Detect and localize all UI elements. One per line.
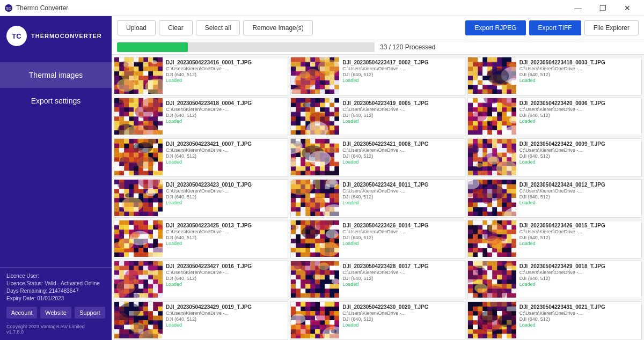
list-item[interactable]: DJI_20230504223416_0001_T.JPGC:\Users\Ki… bbox=[114, 57, 288, 95]
svg-rect-718 bbox=[511, 144, 516, 149]
export-rjpeg-button[interactable]: Export RJPEG bbox=[465, 20, 525, 35]
svg-rect-39 bbox=[143, 71, 149, 77]
list-item[interactable]: DJI_20230504223421_0008_T.JPGC:\Users\Ki… bbox=[290, 138, 465, 177]
image-filename: DJI_20230504223417_0002_T.JPG bbox=[342, 60, 428, 65]
logo-tc-text: TC bbox=[12, 32, 21, 40]
svg-rect-199 bbox=[478, 66, 483, 72]
title-bar-controls[interactable]: — ❐ ✕ bbox=[566, 0, 640, 16]
list-item[interactable]: DJI_20230504223423_0010_T.JPGC:\Users\Ki… bbox=[114, 179, 288, 218]
close-button[interactable]: ✕ bbox=[615, 0, 640, 16]
svg-rect-854 bbox=[153, 207, 158, 212]
svg-rect-1123 bbox=[143, 253, 149, 257]
svg-rect-978 bbox=[507, 184, 512, 190]
list-item[interactable]: DJI_20230504223417_0002_T.JPGC:\Users\Ki… bbox=[290, 57, 465, 95]
clear-button[interactable]: Clear bbox=[159, 20, 193, 35]
export-tiff-button[interactable]: Export TIFF bbox=[529, 20, 581, 35]
image-thumbnail bbox=[468, 261, 516, 298]
svg-rect-1293 bbox=[478, 253, 483, 257]
svg-rect-1095 bbox=[153, 239, 158, 244]
list-item[interactable]: DJI_20230504223428_0017_T.JPGC:\Users\Ki… bbox=[290, 261, 465, 299]
svg-rect-104 bbox=[310, 62, 316, 68]
svg-point-956 bbox=[309, 197, 326, 209]
svg-rect-713 bbox=[487, 144, 493, 149]
svg-rect-1155 bbox=[296, 230, 301, 235]
list-item[interactable]: DJI_20230504223424_0012_T.JPGC:\Users\Ki… bbox=[467, 179, 642, 218]
svg-rect-1822 bbox=[511, 334, 516, 339]
svg-point-1479 bbox=[318, 262, 330, 270]
svg-rect-1118 bbox=[119, 253, 125, 257]
svg-rect-811 bbox=[138, 189, 144, 194]
sidebar-item-thermal-images[interactable]: Thermal images bbox=[0, 62, 112, 88]
image-dims: DJI (640, 512) bbox=[342, 316, 428, 322]
svg-rect-1821 bbox=[507, 334, 512, 339]
account-button[interactable]: Account bbox=[6, 307, 37, 319]
svg-rect-1663 bbox=[325, 302, 330, 307]
list-item[interactable]: DJI_20230504223426_0015_T.JPGC:\Users\Ki… bbox=[467, 220, 642, 258]
svg-rect-671 bbox=[334, 162, 339, 167]
svg-point-262 bbox=[486, 68, 509, 84]
image-path: C:\Users\Kieren\OneDrive -... bbox=[519, 229, 605, 234]
list-item[interactable]: DJI_20230504223425_0013_T.JPGC:\Users\Ki… bbox=[114, 220, 288, 258]
svg-rect-438 bbox=[468, 98, 473, 104]
sidebar-footer-buttons: Account Website Support bbox=[6, 307, 105, 319]
svg-rect-1464 bbox=[334, 289, 339, 294]
svg-rect-1659 bbox=[305, 302, 311, 307]
svg-rect-964 bbox=[487, 180, 493, 185]
svg-rect-1295 bbox=[487, 253, 493, 257]
svg-point-1827 bbox=[498, 314, 516, 327]
svg-rect-383 bbox=[301, 112, 306, 117]
support-button[interactable]: Support bbox=[75, 307, 105, 319]
list-item[interactable]: DJI_20230504223429_0018_T.JPGC:\Users\Ki… bbox=[467, 261, 642, 299]
svg-rect-294 bbox=[114, 112, 120, 117]
upload-button[interactable]: Upload bbox=[117, 20, 156, 35]
list-item[interactable]: DJI_20230504223430_0020_T.JPGC:\Users\Ki… bbox=[290, 301, 465, 340]
file-explorer-button[interactable]: File Explorer bbox=[584, 20, 639, 35]
svg-rect-251 bbox=[487, 90, 493, 94]
svg-rect-1616 bbox=[148, 320, 153, 326]
svg-rect-1660 bbox=[310, 302, 316, 307]
list-item[interactable]: DJI_20230504223421_0007_T.JPGC:\Users\Ki… bbox=[114, 138, 288, 177]
list-item[interactable]: DJI_20230504223422_0009_T.JPGC:\Users\Ki… bbox=[467, 138, 642, 177]
svg-rect-1239 bbox=[507, 225, 512, 231]
list-item[interactable]: DJI_20230504223424_0011_T.JPGC:\Users\Ki… bbox=[290, 179, 465, 218]
svg-rect-1338 bbox=[114, 275, 120, 280]
image-info: DJI_20230504223428_0017_T.JPGC:\Users\Ki… bbox=[339, 261, 431, 299]
svg-rect-1578 bbox=[158, 302, 163, 307]
svg-rect-966 bbox=[497, 180, 502, 185]
svg-rect-1442 bbox=[325, 279, 330, 285]
list-item[interactable]: DJI_20230504223418_0004_T.JPGC:\Users\Ki… bbox=[114, 98, 288, 136]
select-all-button[interactable]: Select all bbox=[196, 20, 240, 35]
svg-rect-240 bbox=[482, 85, 488, 90]
list-item[interactable]: DJI_20230504223418_0003_T.JPGC:\Users\Ki… bbox=[467, 57, 642, 95]
image-status: Loaded bbox=[342, 200, 428, 205]
list-item[interactable]: DJI_20230504223427_0016_T.JPGC:\Users\Ki… bbox=[114, 261, 288, 299]
svg-rect-1026 bbox=[497, 207, 502, 212]
svg-rect-1753 bbox=[468, 307, 473, 312]
list-item[interactable]: DJI_20230504223419_0005_T.JPGC:\Users\Ki… bbox=[290, 98, 465, 136]
svg-rect-192 bbox=[492, 62, 497, 68]
image-thumbnail bbox=[291, 220, 339, 257]
list-item[interactable]: DJI_20230504223429_0019_T.JPGC:\Users\Ki… bbox=[114, 301, 288, 340]
svg-rect-554 bbox=[158, 148, 163, 153]
image-grid-container[interactable]: DJI_20230504223416_0001_T.JPGC:\Users\Ki… bbox=[112, 55, 644, 340]
sidebar-item-export-settings[interactable]: Export settings bbox=[0, 88, 112, 114]
restore-button[interactable]: ❐ bbox=[590, 0, 615, 16]
svg-rect-1629 bbox=[114, 329, 120, 335]
image-dims: DJI (640, 512) bbox=[166, 153, 252, 159]
app-title: Thermo Converter bbox=[16, 4, 68, 12]
list-item[interactable]: DJI_20230504223426_0014_T.JPGC:\Users\Ki… bbox=[290, 220, 465, 258]
licence-user-label: Licence User: bbox=[6, 273, 39, 279]
svg-rect-1385 bbox=[148, 293, 153, 298]
list-item[interactable]: DJI_20230504223431_0021_T.JPGC:\Users\Ki… bbox=[467, 301, 642, 340]
svg-rect-553 bbox=[153, 148, 158, 153]
svg-rect-699 bbox=[468, 139, 473, 144]
remove-images-button[interactable]: Remove Image(s) bbox=[243, 20, 312, 35]
svg-rect-1376 bbox=[153, 289, 158, 294]
sidebar-logo: TC THERMOCONVERTER bbox=[0, 16, 112, 51]
svg-rect-688 bbox=[320, 171, 325, 176]
website-button[interactable]: Website bbox=[40, 307, 71, 319]
svg-rect-368 bbox=[325, 103, 330, 108]
list-item[interactable]: DJI_20230504223420_0006_T.JPGC:\Users\Ki… bbox=[467, 98, 642, 136]
minimize-button[interactable]: — bbox=[566, 0, 590, 16]
svg-rect-1423 bbox=[330, 270, 335, 276]
